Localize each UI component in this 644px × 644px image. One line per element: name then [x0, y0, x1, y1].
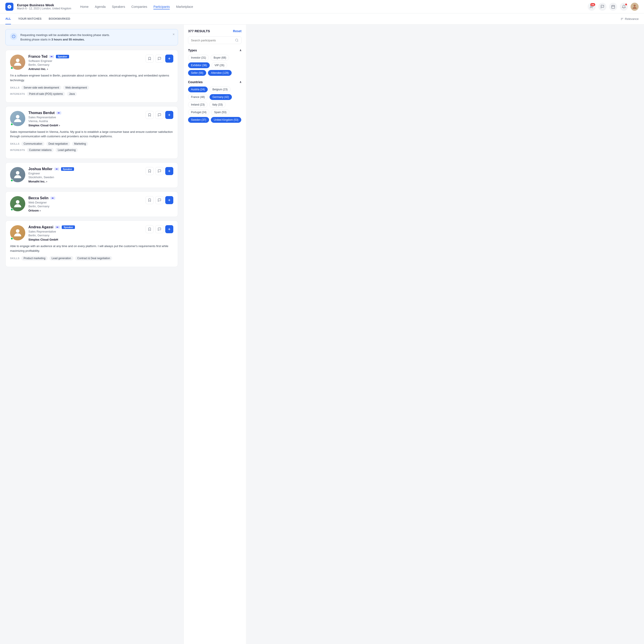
country-germany[interactable]: Germany (42)	[210, 94, 232, 100]
add-button[interactable]	[165, 196, 173, 204]
message-button[interactable]	[155, 167, 163, 175]
nav-agenda[interactable]: Agenda	[95, 4, 106, 9]
country-spain[interactable]: Spain (53)	[211, 109, 229, 115]
svg-point-6	[633, 4, 636, 6]
interest-tag: Lead gathering	[55, 148, 78, 152]
card-actions	[146, 225, 173, 233]
content-area: Requesting meetings will be available wh…	[0, 25, 183, 644]
online-indicator	[11, 67, 13, 69]
add-button[interactable]	[165, 111, 173, 119]
user-bio: Sales representative based in Vienna, Au…	[10, 130, 173, 139]
sort-button[interactable]: Relevance	[621, 17, 639, 21]
speaker-badge: Speaker	[62, 225, 75, 229]
user-avatar[interactable]	[631, 3, 639, 11]
skill-tag: Deal negotiation	[46, 142, 70, 146]
type-seller[interactable]: Seller (56)	[188, 70, 206, 76]
notifications-icon-btn[interactable]	[620, 3, 628, 11]
participant-card: Becca Selin Web Designer Berlin, Germany…	[5, 191, 178, 217]
svg-point-25	[16, 229, 19, 233]
banner-text: Requesting meetings will be available wh…	[20, 33, 173, 42]
results-header: 377 RESULTS Reset	[188, 29, 241, 33]
countries-filter-title[interactable]: Countries ∧	[188, 80, 241, 84]
country-ireland[interactable]: Ireland (23)	[188, 102, 208, 108]
filter-sidebar: 377 RESULTS Reset Types ∧ Investor (31) …	[183, 25, 246, 644]
bookmark-button[interactable]	[146, 111, 154, 119]
message-button[interactable]	[155, 196, 163, 204]
country-sweden[interactable]: Sweden (37)	[188, 117, 209, 123]
user-location: Vienna, Austria	[28, 119, 143, 123]
connections-icon-btn[interactable]: ●●	[588, 3, 596, 11]
card-actions	[146, 196, 173, 204]
nav-marketplace[interactable]: Marketplace	[176, 4, 193, 9]
type-attendee[interactable]: Attendee (129)	[208, 70, 231, 76]
tab-your-matches[interactable]: YOUR MATCHES	[18, 13, 41, 24]
flag-icon-btn[interactable]	[598, 3, 606, 11]
user-company: Monaiht Inc. ›	[28, 180, 143, 183]
banner-close-button[interactable]: ×	[173, 32, 175, 36]
skill-tag: Product marketing	[21, 256, 47, 261]
interests-label: INTERESTS	[10, 149, 25, 151]
add-button[interactable]	[165, 167, 173, 175]
chevron-up-icon: ∧	[239, 49, 241, 52]
message-button[interactable]	[155, 111, 163, 119]
country-belgium[interactable]: Belgium (23)	[210, 87, 231, 92]
user-name: Andrea Agassi	[28, 225, 53, 229]
nav-speakers[interactable]: Speakers	[112, 4, 125, 9]
bookmark-button[interactable]	[146, 225, 154, 233]
main-layout: Requesting meetings will be available wh…	[0, 25, 644, 644]
type-exhibitor[interactable]: Exhibitor (36)	[188, 62, 210, 68]
user-title: Sales Representative	[28, 230, 143, 233]
country-uk[interactable]: United Kingdom (53)	[211, 117, 241, 123]
interests-row: INTERESTS Point-of-sale (POS) systems Ja…	[10, 92, 173, 96]
notification-dot	[625, 4, 627, 5]
type-investor[interactable]: Investor (31)	[188, 55, 209, 61]
message-button[interactable]	[155, 225, 163, 233]
video-badge	[55, 226, 60, 229]
search-input[interactable]	[191, 39, 233, 42]
types-filter-tags: Investor (31) Buyer (68) Exhibitor (36) …	[188, 55, 241, 76]
interest-tag: Customer relations	[27, 148, 54, 152]
add-button[interactable]	[165, 55, 173, 63]
user-location: Berlin, Germany	[28, 234, 143, 237]
user-location: Berlin, Germany	[28, 205, 143, 208]
type-vip[interactable]: VIP (26)	[212, 62, 227, 68]
video-badge	[49, 55, 54, 58]
country-austria[interactable]: Austria (24)	[188, 87, 208, 92]
reset-button[interactable]: Reset	[233, 29, 241, 33]
brand-info: Europe Business Week March 6 - 12, 2023 …	[17, 3, 71, 10]
calendar-icon-btn[interactable]	[609, 3, 617, 11]
bookmark-button[interactable]	[146, 167, 154, 175]
interests-label: INTERESTS	[10, 93, 25, 95]
card-actions	[146, 111, 173, 119]
video-badge	[56, 111, 61, 114]
nav-participants[interactable]: Participants	[153, 4, 170, 9]
chevron-icon: ›	[59, 124, 60, 127]
country-portugal[interactable]: Portugal (24)	[188, 109, 209, 115]
user-company: Simplex Cloud GmbH	[28, 238, 143, 241]
country-italy[interactable]: Italy (33)	[209, 102, 226, 108]
types-filter-title[interactable]: Types ∧	[188, 49, 241, 52]
tab-all[interactable]: ALL	[5, 13, 11, 24]
avatar-wrap	[10, 196, 25, 211]
type-buyer[interactable]: Buyer (68)	[211, 55, 229, 61]
bookmark-button[interactable]	[146, 196, 154, 204]
country-france[interactable]: France (48)	[188, 94, 208, 100]
card-actions	[146, 55, 173, 63]
bookmark-button[interactable]	[146, 55, 154, 63]
avatar-wrap	[10, 111, 25, 126]
countries-filter: Countries ∧ Austria (24) Belgium (23) Fr…	[188, 80, 241, 123]
add-button[interactable]	[165, 225, 173, 233]
connections-badge: ●●	[590, 3, 595, 6]
svg-point-28	[235, 39, 238, 41]
interest-tag: Java	[67, 92, 77, 96]
nav-companies[interactable]: Companies	[131, 4, 147, 9]
nav-home[interactable]: Home	[80, 4, 89, 9]
app-header: Europe Business Week March 6 - 12, 2023 …	[0, 0, 644, 13]
card-actions	[146, 167, 173, 175]
avatar-wrap	[10, 225, 25, 240]
user-bio: I'm a software engineer based in Berlin,…	[10, 73, 173, 83]
tab-bookmarked[interactable]: BOOKMARKED	[49, 13, 70, 24]
user-bio: Able to engage with an audience at any t…	[10, 244, 173, 253]
message-button[interactable]	[155, 55, 163, 63]
speaker-badge: Speaker	[56, 55, 69, 58]
